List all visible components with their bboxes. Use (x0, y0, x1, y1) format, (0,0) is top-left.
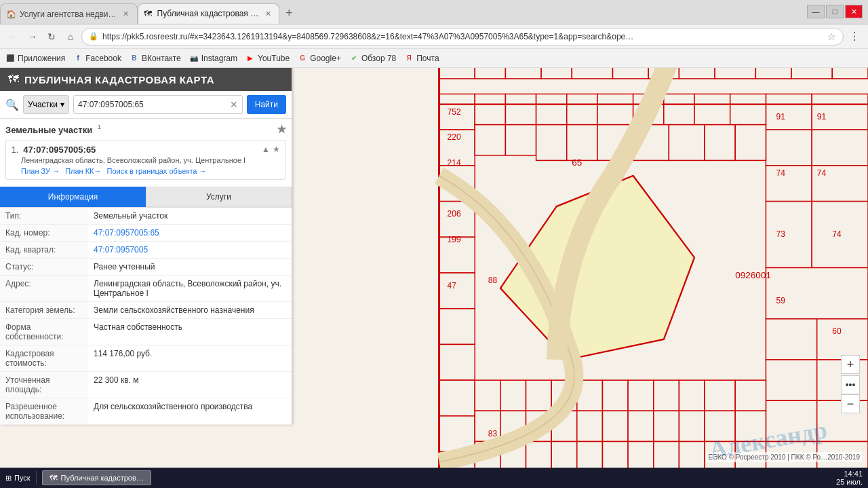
tab-2-title: Публичная кадастровая … (157, 9, 259, 18)
triangle-icon[interactable]: ▲ (262, 145, 270, 154)
plan-kk-link[interactable]: План КК→ (65, 167, 101, 175)
bookmark-youtube[interactable]: ▶ YouTube (245, 54, 290, 63)
svg-rect-63 (694, 94, 730, 125)
bookmark-apps-label: Приложения (18, 54, 65, 63)
svg-rect-66 (505, 125, 536, 155)
taskbar-item-icon: 🗺 (50, 474, 57, 482)
svg-text:214: 214 (448, 158, 461, 168)
tab-2[interactable]: 🗺 Публичная кадастровая … ✕ (138, 3, 280, 24)
bookmark-pochta[interactable]: Я Почта (404, 54, 439, 63)
menu-button[interactable]: ⋮ (846, 29, 863, 45)
maximize-button[interactable]: □ (826, 5, 844, 18)
new-tab-button[interactable]: + (279, 3, 298, 22)
search-input[interactable] (78, 100, 230, 109)
map-copyright: ЕЭКО © Росреестр 2010 | ПКК © Ро…2010-20… (706, 452, 863, 462)
results-count: 1 (98, 126, 101, 134)
bookmark-vk-label: ВКонтакте (142, 54, 181, 63)
svg-rect-104 (679, 442, 705, 468)
bookmark-obzor78[interactable]: ✔ Обзор 78 (349, 54, 396, 63)
star-result-icon[interactable]: ★ (273, 145, 280, 154)
bookmark-vk[interactable]: В ВКонтакте (130, 54, 181, 63)
svg-rect-40 (766, 166, 812, 202)
info-label: Кад. квартал: (0, 242, 88, 259)
svg-rect-30 (439, 344, 475, 380)
address-bar[interactable]: 🔒 https://pkk5.rosreestr.ru/#x=3423643.1… (81, 28, 844, 45)
home-button[interactable]: ⌂ (62, 29, 79, 45)
search-type-chevron-icon: ▾ (60, 100, 64, 109)
svg-text:0926001: 0926001 (735, 270, 771, 280)
start-button[interactable]: ⊞ Пуск (5, 474, 31, 483)
bookmark-youtube-label: YouTube (258, 54, 290, 63)
svg-rect-59 (567, 94, 597, 125)
search-clear-icon[interactable]: ✕ (230, 99, 238, 110)
bookmark-facebook[interactable]: f Facebook (73, 54, 121, 63)
bookmark-instagram[interactable]: 📷 Instagram (189, 54, 237, 63)
info-value: Ранее учтенный (88, 259, 292, 276)
back-button[interactable]: ← (5, 29, 22, 45)
zoom-out-button[interactable]: − (841, 394, 860, 413)
svg-rect-71 (669, 125, 705, 161)
search-button[interactable]: Найти (247, 95, 286, 114)
svg-rect-83 (705, 380, 735, 411)
svg-text:65: 65 (572, 157, 582, 168)
address-url: https://pkk5.rosreestr.ru/#x=3423643.126… (102, 32, 823, 41)
refresh-button[interactable]: ↻ (43, 29, 60, 45)
svg-rect-64 (730, 94, 766, 125)
zoom-in-button[interactable]: + (841, 355, 860, 374)
left-panel: 🗺 ПУБЛИЧНАЯ КАДАСТРОВАЯ КАРТА 🔍 Участки … (0, 68, 292, 425)
taskbar-item-browser[interactable]: 🗺 Публичная кадастров… (42, 470, 151, 485)
search-type-select[interactable]: Участки ▾ (23, 95, 69, 114)
forward-button[interactable]: → (24, 29, 41, 45)
svg-rect-28 (439, 273, 475, 309)
svg-text:752: 752 (448, 107, 461, 117)
svg-text:73: 73 (776, 229, 785, 239)
svg-rect-29 (439, 309, 475, 345)
svg-text:91: 91 (817, 112, 827, 121)
results-star-icon[interactable]: ★ (277, 123, 286, 136)
info-value: Земли сельскохозяйственного назначения (88, 302, 292, 319)
tab-1[interactable]: 🏠 Услуги агентства недви… ✕ (0, 3, 138, 24)
bookmark-apps[interactable]: ⬛ Приложения (5, 54, 65, 63)
info-label: Статус: (0, 259, 88, 276)
taskbar: ⊞ Пуск 🗺 Публичная кадастров… 14:41 25 и… (0, 468, 868, 488)
obzor78-icon: ✔ (349, 54, 359, 63)
bookmark-googleplus[interactable]: G Google+ (298, 54, 341, 63)
svg-rect-100 (577, 442, 603, 468)
bookmark-instagram-label: Instagram (201, 54, 237, 63)
svg-rect-42 (766, 202, 812, 268)
taskbar-time: 14:41 (836, 470, 863, 478)
tab-1-close[interactable]: ✕ (121, 9, 132, 20)
tab-info[interactable]: Информация (0, 187, 146, 207)
svg-rect-82 (679, 380, 705, 411)
info-value[interactable]: 47:07:0957005:65 (88, 225, 292, 242)
map-more-button[interactable]: ••• (841, 375, 860, 394)
svg-text:91: 91 (776, 112, 785, 121)
search-input-wrap: ✕ (73, 95, 243, 114)
svg-rect-15 (613, 68, 649, 79)
search-icon[interactable]: 🔍 (5, 98, 19, 111)
svg-rect-68 (567, 125, 597, 161)
svg-rect-31 (439, 380, 475, 416)
tab-services[interactable]: Услуги (146, 187, 292, 207)
info-label: Кад. номер: (0, 225, 88, 242)
close-button[interactable]: ✕ (845, 5, 863, 18)
search-boundaries-link[interactable]: Поиск в границах объекта → (107, 167, 207, 175)
window-controls: — □ ✕ (802, 0, 868, 24)
map-zoom-controls: + ••• − (841, 355, 860, 413)
result-links: План ЗУ → План КК→ Поиск в границах объе… (21, 167, 280, 175)
start-icon: ⊞ (5, 474, 12, 483)
plan-zu-link[interactable]: План ЗУ → (21, 167, 60, 175)
info-value: Частная собственность (88, 319, 292, 345)
bookmark-star-icon[interactable]: ☆ (827, 31, 836, 42)
svg-text:220: 220 (448, 132, 461, 142)
tab-2-close[interactable]: ✕ (262, 8, 273, 19)
info-value[interactable]: 47:07:0957005 (88, 242, 292, 259)
result-item: 1. 47:07:0957005:65 ▲ ★ Ленинградская об… (5, 140, 286, 180)
svg-rect-103 (654, 442, 679, 468)
svg-rect-21 (832, 68, 868, 79)
info-label: Разрешенное использование: (0, 398, 88, 425)
svg-rect-98 (526, 442, 552, 468)
svg-rect-57 (505, 94, 536, 125)
svg-rect-99 (551, 442, 577, 468)
minimize-button[interactable]: — (807, 5, 825, 18)
